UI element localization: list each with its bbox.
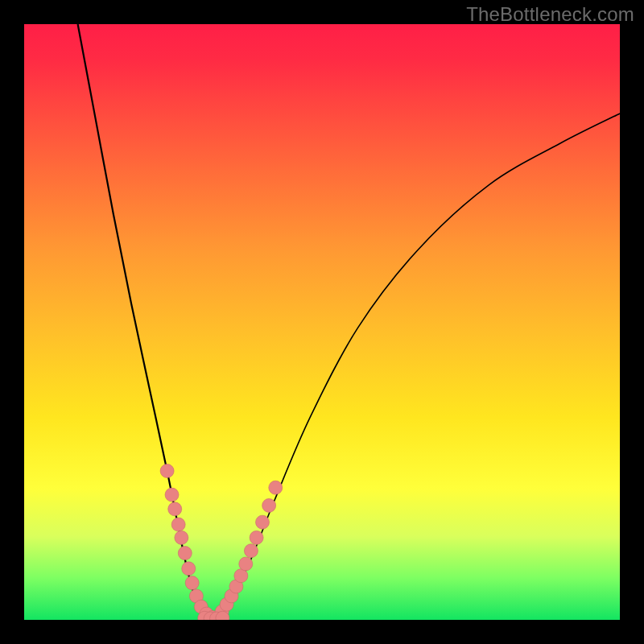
outer-frame: TheBottleneck.com	[0, 0, 644, 644]
data-dot	[185, 576, 199, 590]
data-dot	[160, 464, 174, 478]
data-dot	[262, 498, 276, 512]
data-dot	[234, 569, 248, 583]
data-dot	[269, 481, 283, 494]
data-dot	[250, 530, 263, 544]
curve-group	[78, 24, 620, 620]
data-dot	[171, 518, 185, 531]
dot-group	[160, 464, 283, 621]
data-dot	[175, 530, 188, 544]
data-dot	[244, 544, 258, 558]
chart-svg	[24, 24, 620, 620]
data-dot	[256, 515, 270, 529]
data-dot	[182, 562, 196, 576]
watermark-text: TheBottleneck.com	[466, 3, 634, 26]
curve-left-branch	[78, 24, 213, 620]
plot-area	[24, 24, 620, 620]
data-dot	[178, 547, 192, 560]
data-dot	[165, 488, 179, 502]
data-dot	[168, 502, 182, 516]
data-dot	[239, 557, 253, 571]
curve-right-branch	[212, 114, 620, 620]
